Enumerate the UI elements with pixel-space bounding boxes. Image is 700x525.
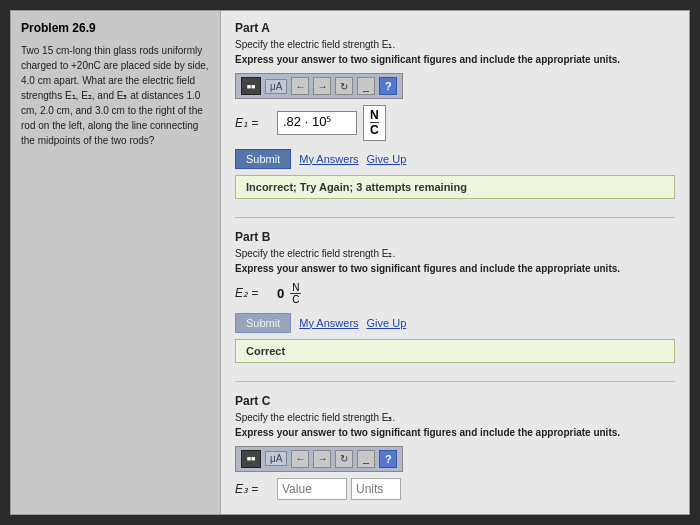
part-a-answer-input[interactable]: .82 · 10⁵ [277, 111, 357, 135]
toolbar-help-c[interactable]: ? [379, 450, 397, 468]
part-a-section: Part A Specify the electric field streng… [235, 21, 675, 218]
part-b-title: Part B [235, 230, 675, 244]
part-b-units-denominator: C [290, 294, 301, 305]
part-a-answer-value: .82 · 10⁵ [283, 114, 331, 129]
part-b-submit-button[interactable]: Submit [235, 313, 291, 333]
right-panel: Part A Specify the electric field streng… [221, 11, 689, 514]
part-b-section: Part B Specify the electric field streng… [235, 230, 675, 382]
part-a-instruction: Specify the electric field strength E₁. [235, 39, 675, 50]
toolbar-refresh-c[interactable]: ↻ [335, 450, 353, 468]
toolbar-minus-a[interactable]: ⎯ [357, 77, 375, 95]
part-a-submit-button[interactable]: Submit [235, 149, 291, 169]
part-c-title: Part C [235, 394, 675, 408]
part-a-answer-label: E₁ = [235, 116, 271, 130]
part-a-my-answers-button[interactable]: My Answers [299, 153, 358, 165]
problem-number: Problem 26.9 [21, 21, 210, 35]
part-a-units-numerator: N [370, 108, 379, 123]
part-b-units-fraction: N C [290, 282, 301, 305]
part-a-give-up-button[interactable]: Give Up [367, 153, 407, 165]
part-a-button-row: Submit My Answers Give Up [235, 149, 675, 169]
part-c-input-group [277, 478, 401, 500]
part-a-title: Part A [235, 21, 675, 35]
part-c-section: Part C Specify the electric field streng… [235, 394, 675, 514]
part-b-status: Correct [235, 339, 675, 363]
part-a-units: N C [363, 105, 386, 141]
toolbar-arrow-right-c[interactable]: → [313, 450, 331, 468]
toolbar-label-c: μA [265, 451, 287, 466]
part-c-toolbar: ■■ μA ← → ↻ ⎯ ? [235, 446, 403, 472]
part-a-status: Incorrect; Try Again; 3 attempts remaini… [235, 175, 675, 199]
part-b-button-row: Submit My Answers Give Up [235, 313, 675, 333]
toolbar-minus-c[interactable]: ⎯ [357, 450, 375, 468]
part-b-answer-label: E₂ = [235, 286, 271, 300]
part-b-units-numerator: N [290, 282, 301, 294]
problem-text: Two 15 cm-long thin glass rods uniformly… [21, 43, 210, 148]
part-a-units-denominator: C [370, 123, 379, 137]
toolbar-icon-a: ■■ [241, 77, 261, 95]
part-c-answer-row: E₃ = [235, 478, 675, 500]
toolbar-label-a: μA [265, 79, 287, 94]
part-b-sub-instruction: Express your answer to two significant f… [235, 263, 675, 274]
part-b-give-up-button[interactable]: Give Up [367, 317, 407, 329]
toolbar-icon-c: ■■ [241, 450, 261, 468]
part-b-instruction: Specify the electric field strength E₂. [235, 248, 675, 259]
toolbar-refresh-a[interactable]: ↻ [335, 77, 353, 95]
toolbar-arrow-right-a[interactable]: → [313, 77, 331, 95]
part-c-sub-instruction: Express your answer to two significant f… [235, 427, 675, 438]
toolbar-arrow-left-c[interactable]: ← [291, 450, 309, 468]
part-b-my-answers-button[interactable]: My Answers [299, 317, 358, 329]
part-b-answer-row: E₂ = 0 N C [235, 282, 675, 305]
part-c-instruction: Specify the electric field strength E₃. [235, 412, 675, 423]
part-a-answer-row: E₁ = .82 · 10⁵ N C [235, 105, 675, 141]
part-c-units-input[interactable] [351, 478, 401, 500]
part-b-answer-value: 0 [277, 286, 284, 301]
toolbar-arrow-left-a[interactable]: ← [291, 77, 309, 95]
left-panel: Problem 26.9 Two 15 cm-long thin glass r… [11, 11, 221, 514]
toolbar-help-a[interactable]: ? [379, 77, 397, 95]
part-a-sub-instruction: Express your answer to two significant f… [235, 54, 675, 65]
part-c-answer-label: E₃ = [235, 482, 271, 496]
part-c-value-input[interactable] [277, 478, 347, 500]
part-a-toolbar: ■■ μA ← → ↻ ⎯ ? [235, 73, 403, 99]
